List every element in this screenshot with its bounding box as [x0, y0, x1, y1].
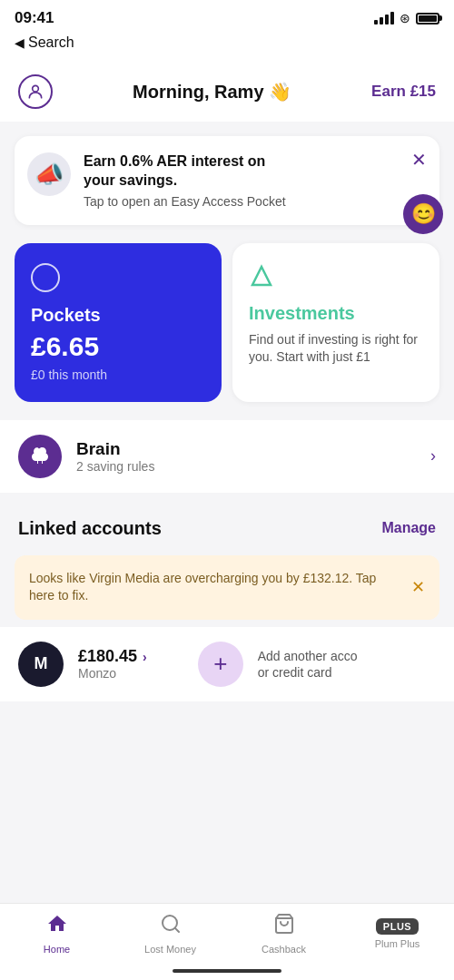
status-bar: 09:41 ⊛ — [0, 0, 454, 31]
cashback-label: Cashback — [262, 944, 306, 955]
monzo-icon: M — [18, 642, 64, 687]
back-nav[interactable]: ◀ Search — [0, 31, 454, 62]
home-icon — [46, 913, 68, 940]
manage-button[interactable]: Manage — [381, 520, 436, 536]
banner-avatar: 😊 — [403, 194, 443, 234]
monzo-chevron-icon: › — [143, 650, 147, 664]
lost-money-icon — [160, 913, 182, 940]
plum-plus-label: Plum Plus — [375, 938, 420, 949]
accounts-row: M £180.45 › Monzo + Add another accoor c… — [0, 627, 454, 701]
nav-item-home[interactable]: Home — [25, 913, 89, 955]
monzo-name: Monzo — [78, 666, 147, 681]
banner-icon: 📣 — [27, 152, 71, 196]
svg-point-0 — [33, 85, 39, 92]
promo-banner[interactable]: 📣 Earn 0.6% AER interest on your savings… — [15, 136, 439, 225]
cards-row: Pockets £6.65 £0 this month Investments … — [15, 243, 439, 402]
pockets-icon — [31, 263, 60, 292]
investments-desc: Find out if investing is right for you. … — [249, 331, 423, 367]
add-account-text: Add another accoor credit card — [258, 648, 358, 681]
svg-marker-1 — [252, 267, 271, 285]
brain-title: Brain — [76, 439, 154, 459]
signal-icon — [374, 12, 394, 24]
brain-icon — [18, 435, 62, 478]
investments-title: Investments — [249, 303, 423, 324]
pockets-title: Pockets — [31, 305, 205, 326]
wifi-icon: ⊛ — [400, 11, 410, 25]
cashback-icon — [273, 913, 295, 940]
greeting-text: Morning, Ramy 👋 — [133, 81, 291, 103]
brain-section[interactable]: Brain 2 saving rules › — [0, 420, 454, 493]
investments-card[interactable]: Investments Find out if investing is rig… — [232, 243, 439, 402]
plus-badge: PLUS — [376, 918, 419, 935]
banner-content: Earn 0.6% AER interest on your savings. … — [84, 152, 286, 209]
pockets-month: £0 this month — [31, 368, 205, 382]
status-time: 09:41 — [15, 9, 54, 27]
banner-close-button[interactable]: ✕ — [411, 149, 427, 171]
earn-link[interactable]: Earn £15 — [371, 83, 436, 101]
alert-banner[interactable]: Looks like Virgin Media are overcharging… — [15, 555, 439, 620]
header: Morning, Ramy 👋 Earn £15 — [0, 62, 454, 122]
status-icons: ⊛ — [374, 11, 439, 25]
brain-subtitle: 2 saving rules — [76, 459, 154, 474]
back-label: Search — [28, 34, 74, 51]
add-account-button[interactable]: + — [198, 642, 243, 687]
home-label: Home — [44, 944, 70, 955]
lost-money-label: Lost Money — [144, 944, 196, 955]
back-arrow-icon: ◀ — [15, 35, 25, 50]
linked-accounts-title: Linked accounts — [18, 518, 162, 539]
pockets-card[interactable]: Pockets £6.65 £0 this month — [15, 243, 222, 402]
investments-icon — [249, 263, 423, 294]
avatar-icon[interactable] — [18, 74, 53, 109]
monzo-amount: £180.45 › — [78, 647, 147, 666]
nav-item-cashback[interactable]: Cashback — [252, 913, 316, 955]
nav-item-lost-money[interactable]: Lost Money — [139, 913, 202, 955]
svg-line-3 — [174, 928, 178, 932]
brain-chevron-icon: › — [430, 446, 436, 466]
battery-icon — [416, 13, 439, 24]
banner-title: Earn 0.6% AER interest on your savings. — [84, 152, 286, 191]
pockets-amount: £6.65 — [31, 331, 205, 362]
alert-close-button[interactable]: ✕ — [411, 577, 425, 597]
nav-item-plum-plus[interactable]: PLUS Plum Plus — [366, 918, 429, 949]
brain-info: Brain 2 saving rules — [76, 439, 154, 474]
home-bar — [173, 969, 281, 973]
monzo-account-info[interactable]: £180.45 › Monzo — [78, 647, 147, 681]
banner-subtitle: Tap to open an Easy Access Pocket — [84, 194, 286, 209]
alert-text: Looks like Virgin Media are overcharging… — [29, 570, 402, 605]
linked-accounts-header: Linked accounts Manage — [0, 500, 454, 548]
